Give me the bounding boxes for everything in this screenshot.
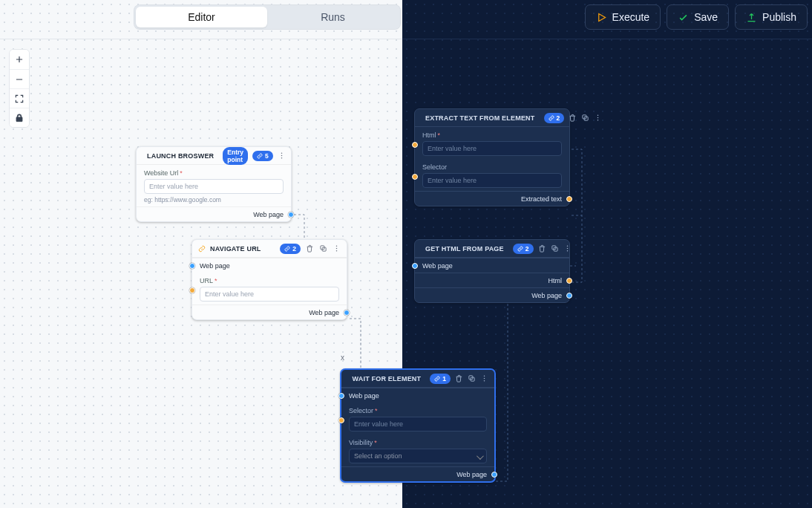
output-web-page: Web page xyxy=(137,206,291,221)
svg-point-8 xyxy=(335,250,336,251)
canvas[interactable]: LAUNCH BROSWER Entry point 5 Website Url… xyxy=(0,0,812,508)
port-in-selector[interactable] xyxy=(338,417,344,423)
html-input[interactable] xyxy=(422,141,562,156)
port-in-webpage[interactable] xyxy=(412,263,418,269)
link-icon xyxy=(198,245,206,253)
fit-view-button[interactable] xyxy=(10,88,29,108)
visibility-select[interactable]: Select an option xyxy=(349,449,487,463)
lock-icon xyxy=(14,113,24,123)
eye-icon xyxy=(347,375,348,382)
node-title: EXTRACT TEXT FROM ELEMENT xyxy=(425,114,535,122)
toolbar-divider xyxy=(0,39,812,39)
input-web-page: Web page xyxy=(341,388,494,403)
field-label: URL* xyxy=(200,277,339,284)
svg-point-14 xyxy=(484,380,485,381)
credits-badge: 5 xyxy=(252,151,273,161)
node-navigate-url[interactable]: NAVIGATE URL 2 Web page URL* Web page xyxy=(191,239,347,320)
port-in-html[interactable] xyxy=(412,142,418,148)
svg-point-3 xyxy=(281,157,282,158)
delete-node-button[interactable] xyxy=(538,244,546,253)
copy-node-button[interactable] xyxy=(551,244,559,253)
field-label: Website Url* xyxy=(144,169,284,177)
credits-badge: 2 xyxy=(544,113,565,123)
delete-node-button[interactable] xyxy=(569,114,577,123)
port-in-webpage[interactable] xyxy=(189,263,195,269)
port-out-webpage[interactable] xyxy=(344,310,350,316)
zoom-out-button[interactable] xyxy=(10,69,29,88)
website-url-input[interactable] xyxy=(144,179,284,194)
port-out-webpage[interactable] xyxy=(566,293,572,299)
link-icon xyxy=(434,376,440,382)
svg-point-12 xyxy=(484,376,485,377)
url-input[interactable] xyxy=(200,287,339,302)
node-menu-button[interactable] xyxy=(594,114,602,123)
node-title: GET HTML FROM PAGE xyxy=(425,245,504,253)
field-label: Selector* xyxy=(349,407,487,414)
field-label: Visibility* xyxy=(349,439,487,446)
copy-node-button[interactable] xyxy=(468,374,476,383)
field-selector: Selector xyxy=(415,159,569,191)
node-header[interactable]: NAVIGATE URL 2 xyxy=(192,240,347,258)
node-get-html[interactable]: GET HTML FROM PAGE 2 Web page Html Web p… xyxy=(414,239,570,303)
node-header[interactable]: GET HTML FROM PAGE 2 xyxy=(415,240,569,258)
svg-point-6 xyxy=(335,246,336,247)
output-extracted-text: Extracted text xyxy=(415,191,569,206)
field-visibility: Visibility* Select an option xyxy=(341,434,494,466)
link-icon xyxy=(284,246,290,252)
field-hint: eg: https://www.google.com xyxy=(144,196,284,203)
link-icon xyxy=(549,115,554,121)
node-menu-button[interactable] xyxy=(278,152,286,160)
svg-point-17 xyxy=(597,115,598,116)
svg-point-18 xyxy=(597,117,598,118)
lock-button[interactable] xyxy=(10,108,29,127)
delete-edge-button[interactable]: x xyxy=(341,354,344,362)
field-selector: Selector* xyxy=(341,403,494,434)
selector-input[interactable] xyxy=(422,173,562,188)
selector-input[interactable] xyxy=(349,417,487,432)
output-html: Html xyxy=(415,273,569,287)
svg-point-19 xyxy=(597,120,598,120)
port-in-url[interactable] xyxy=(189,287,195,293)
node-extract-text[interactable]: EXTRACT TEXT FROM ELEMENT 2 Html* Select… xyxy=(414,108,570,206)
svg-point-13 xyxy=(484,378,485,379)
svg-point-7 xyxy=(335,248,336,249)
input-web-page: Web page xyxy=(415,258,569,273)
port-in-selector[interactable] xyxy=(412,174,418,180)
node-title: LAUNCH BROSWER xyxy=(147,152,214,160)
port-out-webpage[interactable] xyxy=(491,472,497,478)
port-in-webpage[interactable] xyxy=(338,393,344,399)
plus-icon xyxy=(14,54,24,65)
node-header[interactable]: WAIT FOR ELEMENT 1 xyxy=(341,370,494,388)
node-menu-button[interactable] xyxy=(332,244,341,253)
port-out-webpage[interactable] xyxy=(288,212,294,218)
field-url: URL* xyxy=(192,273,347,305)
node-wait-for-element[interactable]: WAIT FOR ELEMENT 1 Web page Selector* Vi… xyxy=(340,368,496,483)
node-launch-browser[interactable]: LAUNCH BROSWER Entry point 5 Website Url… xyxy=(136,146,292,222)
credits-badge: 1 xyxy=(430,374,451,384)
svg-point-24 xyxy=(566,250,567,251)
node-header[interactable]: EXTRACT TEXT FROM ELEMENT 2 xyxy=(415,109,569,127)
output-web-page: Web page xyxy=(341,466,494,481)
node-menu-button[interactable] xyxy=(563,244,572,253)
svg-point-22 xyxy=(566,246,567,247)
copy-node-button[interactable] xyxy=(581,114,589,123)
field-website-url: Website Url* eg: https://www.google.com xyxy=(137,165,291,206)
output-web-page: Web page xyxy=(192,305,347,319)
maximize-icon xyxy=(14,94,24,104)
delete-node-button[interactable] xyxy=(455,374,463,383)
svg-point-1 xyxy=(281,153,282,154)
credits-badge: 2 xyxy=(513,244,534,254)
zoom-in-button[interactable] xyxy=(10,50,29,69)
port-out-text[interactable] xyxy=(566,196,572,202)
minus-icon xyxy=(14,74,24,85)
svg-point-2 xyxy=(281,155,282,156)
field-html: Html* xyxy=(415,127,569,159)
output-web-page: Web page xyxy=(415,287,569,302)
node-title: WAIT FOR ELEMENT xyxy=(353,375,422,382)
delete-node-button[interactable] xyxy=(305,244,314,253)
node-menu-button[interactable] xyxy=(480,374,488,383)
node-header[interactable]: LAUNCH BROSWER Entry point 5 xyxy=(137,147,291,165)
zoom-controls xyxy=(9,49,30,128)
copy-node-button[interactable] xyxy=(318,244,327,253)
port-out-html[interactable] xyxy=(566,278,572,284)
